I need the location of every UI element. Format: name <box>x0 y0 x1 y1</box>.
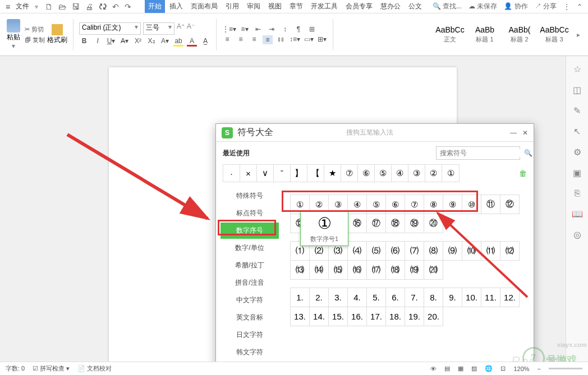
qat-button[interactable]: ↶ <box>112 2 119 11</box>
symbol-cell[interactable]: ⑦ <box>405 195 424 214</box>
category-item[interactable]: 英文音标 <box>220 309 279 326</box>
underline-button[interactable]: U▾ <box>106 37 116 47</box>
symbol-cell[interactable]: ⑳ <box>424 214 443 233</box>
zoom-fit-icon[interactable]: ⊡ <box>500 365 506 372</box>
view-print-icon[interactable]: ▤ <box>444 365 450 372</box>
cut-button[interactable]: ✂ 剪切 <box>25 25 45 34</box>
bg-color-button[interactable]: A̲ <box>200 37 210 47</box>
qat-button[interactable]: 🗘 <box>99 2 107 11</box>
indent-dec-button[interactable]: ⇤ <box>253 25 263 33</box>
close-button[interactable]: ✕ <box>522 129 528 137</box>
style-card[interactable]: AaBbCc正文 <box>433 19 467 50</box>
tab-章节[interactable]: 章节 <box>286 0 306 13</box>
tab-审阅[interactable]: 审阅 <box>244 0 264 13</box>
symbol-cell[interactable]: ⒁ <box>310 261 329 280</box>
tab-慧办公[interactable]: 慧办公 <box>377 0 404 13</box>
symbol-cell[interactable]: ⒀ <box>291 261 310 280</box>
symbol-cell[interactable]: 6. <box>386 288 405 307</box>
recent-symbol[interactable]: ★ <box>324 165 341 182</box>
symbol-cell[interactable]: ⑩ <box>462 195 481 214</box>
category-item[interactable]: 特殊符号 <box>220 188 279 204</box>
paste-button[interactable]: 粘贴▾ <box>4 17 22 52</box>
highlight-button[interactable]: ab <box>173 37 183 47</box>
symbol-cell[interactable]: 9. <box>443 288 462 307</box>
symbol-cell[interactable]: 8. <box>424 288 443 307</box>
symbol-cell[interactable]: ⑷ <box>348 242 367 261</box>
symbol-cell[interactable]: 13. <box>291 307 310 326</box>
file-menu[interactable]: 文件 <box>12 2 33 11</box>
rail-icon[interactable]: ◎ <box>573 229 581 240</box>
symbol-cell[interactable]: ⒆ <box>405 261 424 280</box>
symbol-cell[interactable]: ⑻ <box>424 242 443 261</box>
proofread-button[interactable]: 📄 文档校对 <box>77 364 112 373</box>
category-item[interactable]: 拼音/注音 <box>220 275 279 291</box>
symbol-cell[interactable]: 18. <box>386 307 405 326</box>
tab-会员专享[interactable]: 会员专享 <box>342 0 376 13</box>
recent-symbol[interactable]: · <box>223 165 240 182</box>
minimize-button[interactable]: — <box>510 129 517 137</box>
superscript-button[interactable]: X² <box>133 37 143 47</box>
zoom-level[interactable]: 120% <box>513 365 529 372</box>
symbol-cell[interactable]: 12. <box>500 288 520 307</box>
symbol-cell[interactable]: ④ <box>348 195 367 214</box>
category-item[interactable]: 数字序号 <box>220 223 279 239</box>
category-item[interactable]: 数字/单位 <box>220 240 279 256</box>
category-item[interactable]: 希腊/拉丁 <box>220 257 279 274</box>
symbol-cell[interactable]: 16. <box>348 307 367 326</box>
reading-mode-icon[interactable]: 👁 <box>430 365 437 372</box>
category-item[interactable]: 中文字符 <box>220 292 279 308</box>
qat-button[interactable]: 🖨 <box>85 2 93 11</box>
hamburger-icon[interactable]: ≡ <box>6 2 10 11</box>
symbol-cell[interactable]: ⑫ <box>500 195 520 214</box>
symbol-cell[interactable]: ⑪ <box>481 195 500 214</box>
recent-symbol[interactable]: ① <box>442 165 459 182</box>
symbol-cell[interactable]: 17. <box>367 307 386 326</box>
align-center-button[interactable]: ≡ <box>236 35 246 44</box>
spellcheck-toggle[interactable]: ☑ 拼写检查 ▾ <box>33 364 70 373</box>
qat-button[interactable]: 🗁 <box>58 2 66 11</box>
symbol-cell[interactable]: ⑿ <box>500 242 520 261</box>
qat-button[interactable]: 🗋 <box>45 2 53 11</box>
rail-settings-icon[interactable]: ⚙ <box>573 147 581 158</box>
qat-button[interactable]: 🖫 <box>72 2 80 11</box>
symbol-cell[interactable]: ⒇ <box>424 261 443 280</box>
align-justify-button[interactable]: ≡ <box>263 35 273 44</box>
category-item[interactable]: 标点符号 <box>220 205 279 221</box>
symbol-cell[interactable]: 4. <box>348 288 367 307</box>
italic-button[interactable]: I <box>93 37 103 47</box>
symbol-cell[interactable]: ⑼ <box>443 242 462 261</box>
symbol-cell[interactable]: 3. <box>329 288 348 307</box>
share-button[interactable]: ↗ 分享 <box>535 2 557 11</box>
rail-icon[interactable]: ◫ <box>573 85 581 95</box>
symbol-cell[interactable]: 7. <box>405 288 424 307</box>
tab-视图[interactable]: 视图 <box>265 0 285 13</box>
symbol-cell[interactable]: ⑹ <box>386 242 405 261</box>
rail-icon[interactable]: ⎘ <box>575 188 580 198</box>
tab-引用[interactable]: 引用 <box>222 0 242 13</box>
style-card[interactable]: AaBbCc标题 3 <box>538 19 571 50</box>
symbol-cell[interactable]: ⑲ <box>405 214 424 233</box>
recent-symbol[interactable]: ④ <box>392 165 408 182</box>
trash-icon[interactable]: 🗑 <box>519 169 527 178</box>
align-left-button[interactable]: ≡ <box>222 35 232 44</box>
view-web-icon[interactable]: ▦ <box>458 365 463 372</box>
tab-页面布局[interactable]: 页面布局 <box>187 0 221 13</box>
tab-开始[interactable]: 开始 <box>145 0 165 13</box>
rail-pencil-icon[interactable]: ✎ <box>573 105 581 116</box>
symbol-cell[interactable]: 14. <box>310 307 329 326</box>
view-read-icon[interactable]: 🌐 <box>485 365 493 372</box>
recent-symbol[interactable]: ⑥ <box>358 165 375 182</box>
symbol-cell[interactable]: 5. <box>367 288 386 307</box>
recent-symbol[interactable]: ③ <box>408 165 425 182</box>
rail-book-icon[interactable]: 📖 <box>572 209 583 219</box>
copy-button[interactable]: 🗐 复制 <box>25 36 45 44</box>
symbol-cell[interactable]: 19. <box>405 307 424 326</box>
font-color-button[interactable]: A <box>187 37 197 47</box>
symbol-cell[interactable]: ⑸ <box>367 242 386 261</box>
subscript-button[interactable]: X₂ <box>146 37 157 47</box>
zoom-slider[interactable] <box>549 368 582 369</box>
symbol-cell[interactable]: ⑨ <box>443 195 462 214</box>
view-outline-icon[interactable]: ▨ <box>471 365 477 372</box>
style-scroll-icon[interactable]: ▸ <box>573 31 584 39</box>
font-select[interactable]: Calibri (正文) ▾ <box>79 22 141 35</box>
